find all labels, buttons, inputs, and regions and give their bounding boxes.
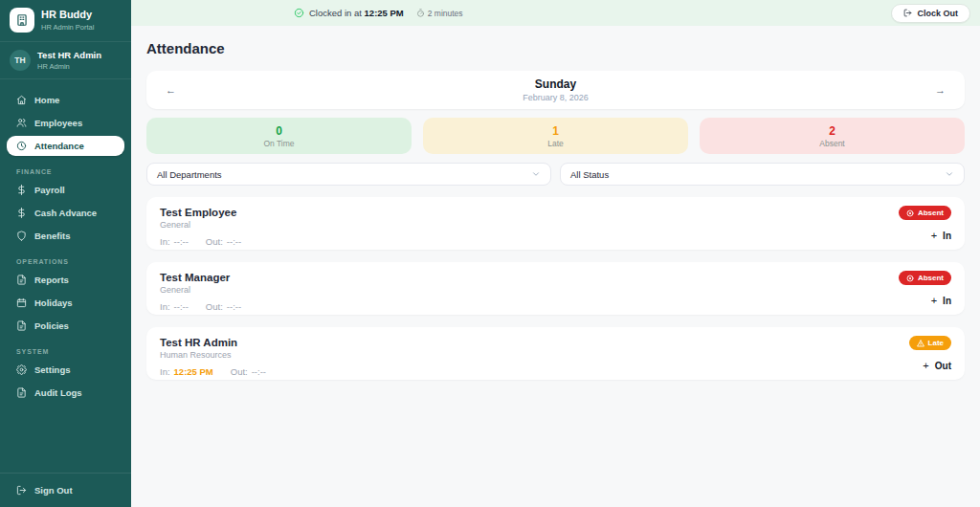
avatar: TH <box>10 50 31 71</box>
plus-icon: + <box>931 295 937 306</box>
sidebar-item-benefits[interactable]: Benefits <box>7 226 124 246</box>
department-filter[interactable]: All Departments <box>146 163 551 186</box>
clock-out-action-button[interactable]: + Out <box>923 360 951 371</box>
logout-icon <box>903 9 912 17</box>
users-icon <box>16 118 27 128</box>
sidebar-item-cash-advance[interactable]: Cash Advance <box>7 203 124 223</box>
employee-department: General <box>160 285 951 295</box>
in-value: 12:25 PM <box>174 366 213 377</box>
dollar-icon <box>16 185 27 195</box>
user-profile: TH Test HR Admin HR Admin <box>0 42 131 79</box>
home-icon <box>16 95 27 105</box>
logout-icon <box>16 485 27 496</box>
sidebar-item-attendance[interactable]: Attendance <box>7 136 124 156</box>
stat-value: 2 <box>829 124 835 138</box>
calendar-icon <box>16 298 27 308</box>
app-subtitle: HR Admin Portal <box>41 23 94 32</box>
content: Attendance ← Sunday February 8, 2026 → 0… <box>131 26 980 507</box>
x-circle-icon <box>906 275 914 282</box>
in-label: In: <box>160 301 170 312</box>
sidebar-item-label: Attendance <box>34 141 84 151</box>
sidebar-item-label: Settings <box>34 364 70 375</box>
badge-label: Absent <box>918 209 944 217</box>
prev-day-button[interactable]: ← <box>162 82 180 98</box>
out-label: Out: <box>206 301 223 312</box>
clock-in-action-button[interactable]: + In <box>931 230 951 241</box>
stat-label: Absent <box>819 139 844 148</box>
clock-in-action-button[interactable]: + In <box>931 295 951 306</box>
nav-section-operations: OPERATIONS <box>16 258 115 265</box>
current-date: Sunday February 8, 2026 <box>523 77 589 102</box>
stat-on-time: 0 On Time <box>146 118 412 154</box>
day-of-week: Sunday <box>523 77 589 91</box>
department-filter-value: All Departments <box>157 169 222 180</box>
out-value: --:-- <box>252 366 266 377</box>
status-badge-absent: Absent <box>899 206 951 220</box>
plus-icon: + <box>931 230 937 241</box>
page-title: Attendance <box>146 40 965 56</box>
sidebar-item-payroll[interactable]: Payroll <box>7 180 124 200</box>
sign-out-label: Sign Out <box>34 485 73 496</box>
clocked-in-text: Clocked in at 12:25 PM <box>309 8 404 18</box>
plus-icon: + <box>923 360 928 371</box>
employee-name: Test HR Admin <box>160 337 951 348</box>
timer-icon <box>416 9 425 17</box>
document-icon <box>16 387 27 398</box>
sidebar-item-home[interactable]: Home <box>7 90 124 110</box>
clock-out-label: Clock Out <box>917 9 958 18</box>
attendance-row-test-manager: Test Manager General In: --:-- Out: --:-… <box>146 262 965 315</box>
employee-name: Test Manager <box>160 272 951 283</box>
employee-department: Human Resources <box>160 350 951 360</box>
next-day-button[interactable]: → <box>931 82 949 98</box>
chevron-down-icon <box>945 169 954 179</box>
sidebar-item-label: Cash Advance <box>34 208 97 218</box>
out-value: --:-- <box>227 301 241 312</box>
stat-absent: 2 Absent <box>700 118 965 154</box>
attendance-row-test-hr-admin: Test HR Admin Human Resources In: 12:25 … <box>146 327 965 380</box>
sidebar-item-label: Benefits <box>34 231 70 241</box>
clocked-in-time: 12:25 PM <box>365 8 404 18</box>
out-label: Out: <box>231 366 248 377</box>
sidebar-item-label: Holidays <box>34 298 73 308</box>
alert-triangle-icon <box>917 340 924 347</box>
clock-out-button[interactable]: Clock Out <box>891 4 970 23</box>
sidebar-item-reports[interactable]: Reports <box>7 270 124 290</box>
out-label: Out: <box>206 236 223 247</box>
employee-department: General <box>160 220 951 230</box>
gear-icon <box>16 364 27 375</box>
employee-name: Test Employee <box>160 207 951 218</box>
out-value: --:-- <box>227 236 241 247</box>
nav-section-finance: FINANCE <box>16 168 115 175</box>
nav-section-system: SYSTEM <box>16 348 115 355</box>
sidebar-item-label: Payroll <box>34 185 65 195</box>
chevron-down-icon <box>531 169 541 179</box>
status-filter[interactable]: All Status <box>560 163 965 186</box>
in-out-times: In: --:-- Out: --:-- <box>160 236 951 247</box>
sidebar-item-audit-logs[interactable]: Audit Logs <box>7 383 124 403</box>
badge-label: Late <box>928 339 944 347</box>
check-circle-icon <box>294 8 304 18</box>
in-out-times: In: 12:25 PM Out: --:-- <box>160 366 951 377</box>
badge-label: Absent <box>918 274 944 282</box>
sidebar-item-holidays[interactable]: Holidays <box>7 293 124 313</box>
clocked-in-status: Clocked in at 12:25 PM 2 minutes <box>294 8 463 18</box>
clock-status-bar: Clocked in at 12:25 PM 2 minutes Clock O… <box>131 0 980 26</box>
app-title: HR Buddy <box>41 9 94 21</box>
sidebar-nav: Home Employees Attendance FINANCE Payrol… <box>0 79 131 473</box>
clocked-duration: 2 minutes <box>416 9 463 18</box>
sidebar-item-settings[interactable]: Settings <box>7 360 124 380</box>
sidebar-item-policies[interactable]: Policies <box>7 316 124 336</box>
in-value: --:-- <box>174 301 189 312</box>
x-circle-icon <box>906 209 914 217</box>
sidebar-item-employees[interactable]: Employees <box>7 113 124 133</box>
clock-icon <box>16 141 27 151</box>
in-value: --:-- <box>174 236 189 247</box>
stat-late: 1 Late <box>423 118 688 154</box>
shield-icon <box>16 231 27 241</box>
sign-out-button[interactable]: Sign Out <box>0 473 131 507</box>
stat-value: 0 <box>276 124 282 138</box>
action-label: Out <box>935 361 951 371</box>
action-label: In <box>943 296 951 306</box>
stat-value: 1 <box>552 124 559 138</box>
sidebar-item-label: Reports <box>34 275 69 285</box>
